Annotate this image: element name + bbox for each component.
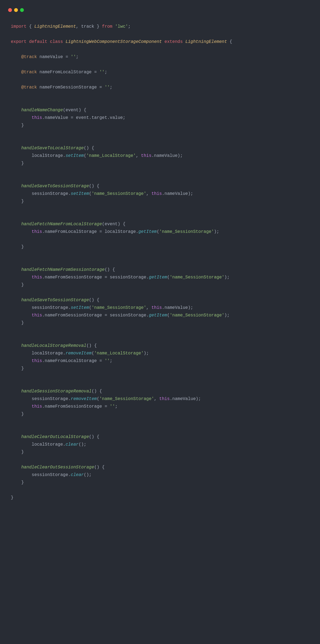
empty-line	[11, 426, 309, 433]
code-line: }	[11, 281, 309, 289]
code-line: this.nameValue = event.target.value;	[11, 114, 309, 122]
empty-line	[11, 129, 309, 137]
code-line: sessionStorage.removeItem('name_SessionS…	[11, 395, 309, 403]
empty-line	[11, 76, 309, 84]
empty-line	[11, 61, 309, 68]
empty-line	[11, 418, 309, 426]
code-line: handleSaveToSessionStorage() {	[11, 182, 309, 190]
empty-line	[11, 380, 309, 388]
code-line: sessionStorage.clear();	[11, 471, 309, 479]
empty-line	[11, 236, 309, 243]
code-line: handleSaveToSessionStorage() {	[11, 296, 309, 304]
empty-line	[11, 167, 309, 175]
code-line: @track nameFromSessionStorage = '';	[11, 84, 309, 91]
code-line: @track nameValue = '';	[11, 53, 309, 61]
maximize-button[interactable]	[20, 8, 24, 12]
code-line: this.nameFromLocalStorage = '';	[11, 357, 309, 365]
code-line: this.nameFromSessionStorage = '';	[11, 403, 309, 410]
empty-line	[11, 251, 309, 258]
empty-line	[11, 258, 309, 266]
empty-line	[11, 486, 309, 494]
minimize-button[interactable]	[14, 8, 18, 12]
code-line: sessionStorage.setItem('name_SessionStor…	[11, 304, 309, 312]
code-line: }	[11, 448, 309, 456]
code-line: }	[11, 160, 309, 167]
code-line: }	[11, 319, 309, 327]
code-line: handleLocalStorageRemoval() {	[11, 342, 309, 350]
code-line: handleSessionStorageRemoval() {	[11, 388, 309, 395]
window: import { LightningElement, track } from …	[0, 0, 320, 644]
empty-line	[11, 175, 309, 182]
close-button[interactable]	[8, 8, 12, 12]
code-line: this.nameFromLocalStorage = localStorage…	[11, 228, 309, 236]
code-line: handleClearOutLocalStorage() {	[11, 433, 309, 441]
code-line: }	[11, 494, 309, 502]
empty-line	[11, 91, 309, 99]
title-bar	[8, 5, 312, 15]
code-line: sessionStorage.setItem('name_SessionStor…	[11, 190, 309, 198]
code-line: localStorage.clear();	[11, 441, 309, 448]
empty-line	[11, 30, 309, 38]
code-line: handleNameChange(event) {	[11, 106, 309, 114]
empty-line	[11, 205, 309, 213]
code-area: import { LightningElement, track } from …	[8, 23, 312, 502]
code-line: }	[11, 198, 309, 205]
empty-line	[11, 289, 309, 296]
empty-line	[11, 456, 309, 464]
empty-line	[11, 46, 309, 53]
empty-line	[11, 99, 309, 106]
empty-line	[11, 334, 309, 342]
empty-line	[11, 213, 309, 220]
code-line: handleFetchNameFromLocalStorage(event) {	[11, 220, 309, 228]
code-line: @track nameFromLocalStorage = '';	[11, 68, 309, 76]
code-line: }	[11, 479, 309, 486]
code-line: this.nameFromSessionStorage = sessionSto…	[11, 274, 309, 281]
empty-line	[11, 137, 309, 144]
code-line: }	[11, 122, 309, 129]
code-line: this.nameFromSessionStorage = sessionSto…	[11, 312, 309, 319]
code-line: }	[11, 410, 309, 418]
code-line: }	[11, 365, 309, 372]
code-line: handleFetchNameFromSessiontorage() {	[11, 266, 309, 274]
code-line: localStorage.removeItem('name_LocalStora…	[11, 350, 309, 357]
code-line: handleSaveToLocalStorage() {	[11, 144, 309, 152]
code-line: import { LightningElement, track } from …	[11, 23, 309, 30]
code-line: export default class LightningWebCompone…	[11, 38, 309, 46]
code-line: localStorage.setItem('name_LocalStorage'…	[11, 152, 309, 160]
code-line: }	[11, 243, 309, 251]
code-line: handleClearOutSessionStorage() {	[11, 464, 309, 471]
empty-line	[11, 372, 309, 380]
empty-line	[11, 327, 309, 334]
